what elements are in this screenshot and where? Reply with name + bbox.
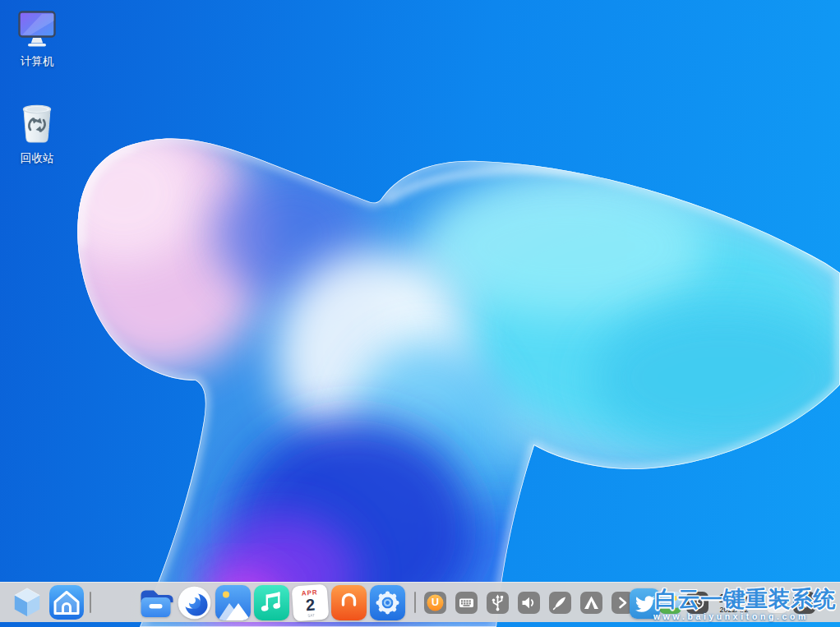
music-note-icon: [254, 585, 289, 620]
system-tray: U: [424, 592, 815, 614]
launcher-cube-icon: [12, 586, 43, 619]
folder-icon: [138, 585, 173, 620]
tray-expand-button[interactable]: [612, 592, 634, 614]
tray-uos-service[interactable]: U: [424, 592, 446, 614]
dock-separator: [90, 592, 91, 613]
tray-assistant[interactable]: [580, 592, 602, 614]
calendar-day: 2: [305, 596, 315, 613]
power-icon: [767, 592, 787, 613]
triangle-icon: [580, 592, 602, 614]
photo-icon: [659, 592, 681, 614]
clock-circle-icon: [686, 592, 708, 614]
u-letter: U: [424, 592, 446, 614]
desktop-icon-label: 计算机: [21, 54, 54, 69]
desktop-icon-recycle-bin[interactable]: 回收站: [2, 102, 72, 166]
clock-tray[interactable]: 10:07 2022/4/2: [710, 592, 758, 614]
pen-icon: [549, 592, 571, 614]
dock-app-music[interactable]: [254, 585, 289, 620]
desktop-icon-label: 回收站: [21, 151, 54, 166]
dock-separator: [414, 592, 416, 613]
browser-swirl-icon: [177, 585, 212, 620]
dock-app-store[interactable]: [331, 585, 367, 620]
clock-time: 10:07: [710, 592, 758, 605]
desktop: 计算机 回收站: [0, 0, 840, 627]
launcher-button[interactable]: [12, 586, 43, 619]
tray-screenshot-pen[interactable]: [549, 592, 571, 614]
keyboard-icon: [455, 592, 478, 614]
tray-volume[interactable]: [518, 592, 540, 614]
power-button[interactable]: [766, 592, 788, 614]
usb-icon: [487, 592, 509, 614]
calendar-icon: APR 2 SAT: [292, 583, 330, 621]
clock-date: 2022/4/2: [710, 606, 758, 614]
shopping-bag-icon: [331, 585, 367, 620]
dock-app-gallery[interactable]: [215, 585, 251, 620]
chevron-right-icon: [612, 592, 634, 614]
show-desktop-button[interactable]: [793, 592, 815, 614]
dock-app-browser[interactable]: [177, 585, 212, 620]
photos-mountain-icon: [215, 585, 251, 620]
home-button[interactable]: [49, 585, 84, 620]
sun-glyph: [223, 591, 229, 597]
dock: APR 2 SAT: [0, 582, 840, 622]
gear-icon: [370, 585, 405, 620]
recycle-bin-icon: [18, 102, 56, 145]
computer-monitor-icon: [17, 10, 57, 48]
desktop-icon-computer[interactable]: 计算机: [2, 10, 72, 69]
tray-usb-device[interactable]: [487, 592, 509, 614]
paper-plane-icon: [793, 592, 815, 614]
speaker-icon: [518, 592, 540, 614]
tray-photo-item[interactable]: [659, 592, 681, 614]
wallpaper-abstract-art: [0, 0, 840, 627]
calendar-weekday: SAT: [307, 612, 315, 616]
dock-app-calendar[interactable]: APR 2 SAT: [293, 585, 328, 620]
dock-app-control-center[interactable]: [370, 585, 405, 620]
tray-recorder-item[interactable]: [686, 592, 708, 614]
tray-onscreen-keyboard[interactable]: [455, 592, 478, 614]
home-icon: [49, 585, 84, 620]
dock-app-file-manager[interactable]: [138, 585, 173, 620]
